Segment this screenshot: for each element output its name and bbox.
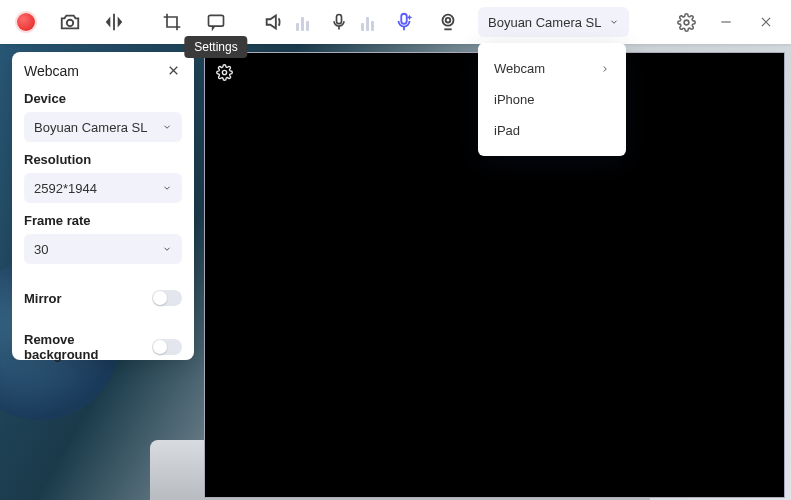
camera-menu-item-ipad[interactable]: iPad: [478, 115, 626, 146]
close-icon: [759, 15, 773, 29]
device-select[interactable]: Boyuan Camera SL: [24, 112, 182, 142]
chat-icon: [206, 12, 226, 32]
menu-item-label: iPad: [494, 123, 520, 138]
camera-icon: [59, 11, 81, 33]
resolution-select-value: 2592*1944: [34, 181, 97, 196]
svg-rect-3: [401, 14, 407, 24]
device-label: Device: [24, 91, 182, 106]
minimize-button[interactable]: [709, 5, 743, 39]
close-icon: [167, 64, 180, 77]
annotate-button[interactable]: Settings: [198, 4, 234, 40]
mic-level-icon: [361, 13, 374, 31]
panel-title: Webcam: [24, 63, 79, 79]
remove-background-row: Remove background: [24, 332, 182, 362]
menu-item-label: iPhone: [494, 92, 534, 107]
top-toolbar: Settings Boyuan Camera SL Webcam iPhone …: [0, 0, 791, 44]
screenshot-button[interactable]: [52, 4, 88, 40]
chevron-down-icon: [162, 183, 172, 193]
mirror-toggle[interactable]: [152, 290, 182, 306]
webcam-settings-panel: Webcam Device Boyuan Camera SL Resolutio…: [12, 52, 194, 360]
mirror-icon: [103, 11, 125, 33]
remove-background-label: Remove background: [24, 332, 152, 362]
webcam-icon: [437, 11, 459, 33]
gear-icon: [677, 13, 696, 32]
panel-header: Webcam: [24, 62, 182, 79]
toggle-knob: [153, 340, 167, 354]
noise-suppression-button[interactable]: [386, 4, 422, 40]
frame-rate-select-value: 30: [34, 242, 48, 257]
minimize-icon: [719, 15, 733, 29]
camera-menu-item-iphone[interactable]: iPhone: [478, 84, 626, 115]
mic-button[interactable]: [321, 4, 357, 40]
chevron-down-icon: [162, 122, 172, 132]
toolbar-right-group: [669, 5, 783, 39]
camera-select-value: Boyuan Camera SL: [488, 15, 601, 30]
record-icon: [17, 13, 35, 31]
record-button[interactable]: [8, 4, 44, 40]
chevron-right-icon: [600, 64, 610, 74]
svg-point-0: [67, 20, 73, 26]
microphone-icon: [329, 12, 349, 32]
chevron-down-icon: [609, 17, 619, 27]
panel-close-button[interactable]: [165, 62, 182, 79]
speaker-level-icon: [296, 13, 309, 31]
menu-item-label: Webcam: [494, 61, 545, 76]
camera-menu-item-webcam[interactable]: Webcam: [478, 53, 626, 84]
close-button[interactable]: [749, 5, 783, 39]
camera-dropdown-container: Boyuan Camera SL Webcam iPhone iPad: [478, 7, 629, 37]
mirror-label: Mirror: [24, 291, 62, 306]
svg-rect-2: [337, 15, 342, 24]
flip-button[interactable]: [96, 4, 132, 40]
preview-settings-button[interactable]: [213, 61, 235, 83]
frame-rate-label: Frame rate: [24, 213, 182, 228]
gear-icon: [216, 64, 233, 81]
speaker-button[interactable]: [256, 4, 292, 40]
resolution-select[interactable]: 2592*1944: [24, 173, 182, 203]
speaker-icon: [263, 11, 285, 33]
resolution-label: Resolution: [24, 152, 182, 167]
settings-tooltip: Settings: [184, 36, 247, 58]
chevron-down-icon: [162, 244, 172, 254]
crop-icon: [162, 12, 182, 32]
remove-background-toggle[interactable]: [152, 339, 182, 355]
svg-point-4: [443, 15, 454, 26]
mirror-row: Mirror: [24, 290, 182, 306]
svg-point-6: [684, 20, 689, 25]
ai-mic-icon: [393, 11, 415, 33]
crop-button[interactable]: [154, 4, 190, 40]
settings-button[interactable]: [669, 5, 703, 39]
camera-select-dropdown[interactable]: Boyuan Camera SL: [478, 7, 629, 37]
device-select-value: Boyuan Camera SL: [34, 120, 147, 135]
svg-point-7: [222, 70, 226, 74]
webcam-button[interactable]: [430, 4, 466, 40]
toggle-knob: [153, 291, 167, 305]
frame-rate-select[interactable]: 30: [24, 234, 182, 264]
svg-point-5: [446, 18, 451, 23]
camera-dropdown-menu: Webcam iPhone iPad: [478, 43, 626, 156]
